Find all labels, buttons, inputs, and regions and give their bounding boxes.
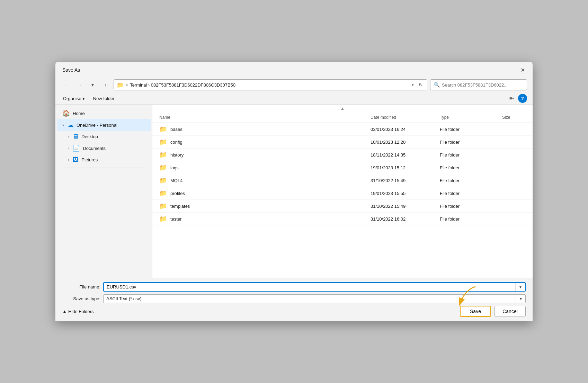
file-row-date: 10/01/2023 12:20 — [366, 138, 436, 146]
file-row-type: File folder — [436, 202, 498, 210]
view-list-icon: ≡ — [509, 96, 512, 101]
desktop-icon: 🖥 — [72, 133, 79, 140]
table-row[interactable]: 📁 tester 31/10/2022 16:02 File folder — [152, 213, 533, 225]
col-size-header[interactable]: Size — [498, 114, 533, 121]
new-folder-button[interactable]: New folder — [91, 95, 117, 103]
file-row-name: 📁 bases — [152, 124, 366, 134]
folder-icon: 📁 — [159, 177, 167, 184]
file-list: ▲ Name Date modified Type Size 📁 bases 0… — [152, 105, 533, 278]
sidebar-item-home[interactable]: 🏠 Home — [57, 107, 151, 119]
file-name-cell: config — [170, 140, 182, 145]
file-row-size — [498, 153, 533, 156]
file-row-date: 19/01/2023 15:55 — [366, 189, 436, 197]
onedrive-expand-icon: ▾ — [62, 123, 64, 127]
file-name-input[interactable] — [104, 283, 515, 291]
actions-left: Organise ▾ New folder — [61, 95, 117, 103]
folder-icon: 📁 — [159, 138, 167, 146]
new-folder-label: New folder — [93, 96, 115, 101]
table-row[interactable]: 📁 templates 31/10/2022 15:49 File folder — [152, 200, 533, 213]
pictures-icon: 🖼 — [72, 156, 79, 163]
close-button[interactable]: ✕ — [518, 65, 527, 74]
file-row-type: File folder — [436, 215, 498, 223]
file-name-row: File name: ▾ — [62, 282, 526, 292]
save-as-type-label: Save as type: — [62, 296, 100, 301]
onedrive-icon: ☁ — [68, 121, 74, 129]
address-chevrons: « — [126, 83, 128, 87]
file-name-cell: tester — [170, 216, 182, 222]
actions-bar: Organise ▾ New folder ≡ ▾ ? — [55, 92, 533, 105]
dropdown-recent-button[interactable]: ▾ — [87, 80, 98, 90]
table-row[interactable]: 📁 bases 03/01/2023 16:24 File folder — [152, 123, 533, 136]
table-row[interactable]: 📁 config 10/01/2023 12:20 File folder — [152, 136, 533, 149]
up-button[interactable]: ↑ — [100, 80, 111, 90]
help-button[interactable]: ? — [518, 94, 527, 103]
toolbar: ← → ▾ ↑ 📁 « Terminal › 082F53F5881F3D602… — [55, 77, 533, 92]
save-button[interactable]: Save — [460, 306, 491, 317]
cancel-button[interactable]: Cancel — [495, 306, 526, 317]
refresh-icon[interactable]: ↻ — [417, 82, 424, 88]
sidebar-item-onedrive[interactable]: ▾ ☁ OneDrive - Personal — [57, 119, 151, 131]
documents-icon: 📄 — [72, 144, 80, 152]
col-name-header[interactable]: Name — [152, 114, 366, 121]
sidebar-divider — [61, 168, 146, 168]
file-name-dropdown-button[interactable]: ▾ — [515, 283, 525, 291]
address-dropdown-icon[interactable]: ▾ — [410, 83, 415, 87]
sidebar-desktop-label: Desktop — [81, 134, 98, 139]
hide-folders-icon: ▲ — [62, 309, 67, 314]
table-row[interactable]: 📁 MQL4 31/10/2022 15:49 File folder — [152, 174, 533, 187]
search-box[interactable]: 🔍 — [430, 79, 527, 90]
up-icon: ↑ — [105, 82, 107, 88]
file-row-size — [498, 192, 533, 195]
file-name-cell: bases — [170, 127, 182, 132]
dialog-title: Save As — [62, 67, 80, 73]
documents-expand-icon: › — [68, 146, 69, 150]
file-rows-container: 📁 bases 03/01/2023 16:24 File folder 📁 c… — [152, 123, 533, 225]
organise-label: Organise — [63, 96, 81, 101]
folder-icon: 📁 — [159, 215, 167, 223]
organise-button[interactable]: Organise ▾ — [61, 95, 87, 103]
buttons-row: ▲ Hide Folders Save Cancel — [62, 306, 526, 317]
sidebar-home-label: Home — [73, 111, 85, 116]
file-name-input-wrap: ▾ — [103, 282, 526, 292]
file-row-name: 📁 profiles — [152, 188, 366, 198]
table-row[interactable]: 📁 history 18/11/2022 14:35 File folder — [152, 149, 533, 161]
scroll-up-icon: ▲ — [340, 106, 345, 111]
file-row-name: 📁 logs — [152, 162, 366, 173]
sidebar-pictures-label: Pictures — [81, 157, 98, 162]
desktop-expand-icon: › — [68, 135, 69, 139]
file-row-type: File folder — [436, 177, 498, 185]
sidebar-item-desktop[interactable]: › 🖥 Desktop — [57, 131, 151, 142]
table-row[interactable]: 📁 logs 19/01/2023 15:12 File folder — [152, 161, 533, 174]
file-name-cell: templates — [170, 204, 190, 209]
hide-folders-button[interactable]: ▲ Hide Folders — [62, 309, 94, 314]
file-name-cell: history — [170, 152, 184, 158]
sidebar-item-documents[interactable]: › 📄 Documents — [57, 142, 151, 154]
content-area: 🏠 Home ▾ ☁ OneDrive - Personal › 🖥 Deskt… — [55, 105, 533, 278]
save-as-type-dropdown-button[interactable]: ▾ — [516, 295, 525, 303]
file-row-date: 19/01/2023 15:12 — [366, 164, 436, 172]
file-row-date: 31/10/2022 16:02 — [366, 215, 436, 223]
view-options-button[interactable]: ≡ ▾ — [507, 94, 516, 103]
action-buttons: Save Cancel — [460, 306, 526, 317]
address-bar[interactable]: 📁 « Terminal › 082F53F5881F3D6022DF806C3… — [114, 79, 427, 90]
file-row-type: File folder — [436, 164, 498, 172]
file-row-type: File folder — [436, 151, 498, 159]
title-bar: Save As ✕ — [55, 62, 533, 77]
forward-button[interactable]: → — [74, 80, 84, 90]
file-name-cell: MQL4 — [170, 178, 182, 183]
search-input[interactable] — [442, 82, 523, 88]
back-button[interactable]: ← — [61, 80, 71, 90]
sidebar-item-pictures[interactable]: › 🖼 Pictures — [57, 154, 151, 166]
file-row-size — [498, 179, 533, 182]
file-row-size — [498, 141, 533, 143]
organise-dropdown-icon: ▾ — [82, 96, 85, 101]
forward-icon: → — [77, 82, 82, 88]
file-row-name: 📁 templates — [152, 201, 366, 211]
file-row-name: 📁 MQL4 — [152, 175, 366, 186]
col-type-header[interactable]: Type — [436, 114, 498, 121]
file-row-name: 📁 history — [152, 150, 366, 160]
back-icon: ← — [64, 82, 69, 88]
file-row-date: 03/01/2023 16:24 — [366, 125, 436, 133]
table-row[interactable]: 📁 profiles 19/01/2023 15:55 File folder — [152, 187, 533, 200]
col-date-header[interactable]: Date modified — [366, 114, 436, 121]
